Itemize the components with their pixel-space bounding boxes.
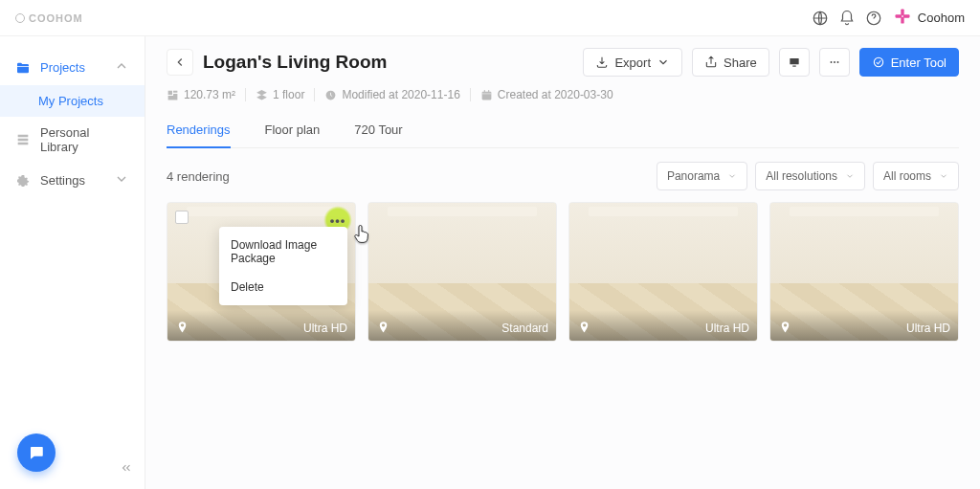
sidebar-item-projects[interactable]: Projects	[0, 50, 145, 85]
help-icon[interactable]	[860, 5, 887, 32]
svg-rect-13	[481, 91, 491, 100]
user-menu[interactable]: Coohom	[893, 7, 965, 29]
svg-rect-6	[790, 58, 798, 64]
brand-logo[interactable]: COOHOM	[15, 12, 83, 24]
meta-area: 120.73 m²	[167, 88, 235, 101]
more-button[interactable]	[819, 48, 850, 77]
meta-floors: 1 floor	[256, 88, 304, 101]
main-content: Logan's Living Room Export Share Enter T…	[145, 36, 980, 489]
sidebar-label: Projects	[40, 60, 85, 75]
tabs: Renderings Floor plan 720 Tour	[167, 122, 959, 148]
panorama-pin-icon	[778, 321, 792, 335]
tab-720tour[interactable]: 720 Tour	[354, 122, 402, 147]
brand-text: COOHOM	[29, 12, 83, 24]
card-quality: Ultra HD	[906, 322, 950, 335]
svg-rect-15	[488, 90, 489, 92]
sidebar: Projects My Projects Personal Library Se…	[0, 36, 145, 489]
sidebar-label: Personal Library	[40, 125, 129, 154]
present-button[interactable]	[779, 48, 810, 77]
sidebar-label: Settings	[40, 173, 85, 188]
svg-rect-7	[792, 66, 796, 67]
enter-tool-button[interactable]: Enter Tool	[859, 48, 959, 77]
menu-delete[interactable]: Delete	[219, 273, 347, 301]
filter-resolution-select[interactable]: All resolutions	[755, 162, 865, 190]
rendering-count: 4 rendering	[167, 169, 230, 184]
export-button[interactable]: Export	[583, 48, 682, 77]
svg-rect-5	[901, 17, 903, 24]
svg-point-9	[834, 61, 835, 63]
panorama-pin-icon	[175, 321, 189, 335]
chevron-down-icon	[114, 171, 129, 189]
filter-row: 4 rendering Panorama All resolutions All…	[167, 162, 959, 190]
meta-row: 120.73 m² 1 floor Modified at 2020-11-16…	[167, 88, 959, 101]
sidebar-item-library[interactable]: Personal Library	[0, 117, 145, 163]
bell-icon[interactable]	[834, 5, 860, 32]
sidebar-sub-label: My Projects	[38, 94, 103, 108]
share-label: Share	[724, 56, 757, 70]
rendering-card[interactable]: Standard	[368, 202, 557, 342]
svg-rect-3	[895, 14, 902, 17]
filter-room-select[interactable]: All rooms	[873, 162, 959, 190]
rendering-grid: ••• Ultra HD Standard Ultra HD	[167, 202, 959, 342]
svg-rect-14	[484, 90, 485, 92]
sidebar-item-settings[interactable]: Settings	[0, 163, 145, 198]
card-quality: Standard	[501, 322, 548, 335]
panorama-pin-icon	[376, 321, 390, 335]
card-context-menu: Download Image Package Delete	[219, 227, 347, 305]
meta-created-value: Created at 2020-03-30	[498, 88, 613, 101]
svg-rect-4	[903, 14, 910, 17]
filter-resolution-value: All resolutions	[766, 169, 837, 183]
svg-point-11	[874, 57, 882, 66]
language-icon[interactable]	[807, 5, 834, 32]
back-button[interactable]	[167, 49, 193, 76]
svg-rect-2	[901, 10, 903, 16]
chat-fab[interactable]	[17, 433, 56, 472]
export-label: Export	[614, 56, 651, 70]
share-button[interactable]: Share	[692, 48, 769, 77]
card-quality: Ultra HD	[303, 322, 347, 335]
card-checkbox[interactable]	[175, 211, 189, 224]
page-title: Logan's Living Room	[203, 52, 387, 73]
menu-download-package[interactable]: Download Image Package	[219, 231, 347, 273]
meta-created: Created at 2020-03-30	[480, 88, 613, 101]
tab-floorplan[interactable]: Floor plan	[265, 122, 321, 147]
svg-point-10	[836, 61, 838, 63]
enter-label: Enter Tool	[891, 56, 947, 70]
filter-room-value: All rooms	[883, 169, 931, 183]
meta-modified-value: Modified at 2020-11-16	[342, 88, 459, 101]
chevron-up-icon	[114, 58, 129, 77]
topbar: COOHOM Coohom	[0, 0, 980, 36]
avatar-icon	[893, 7, 912, 29]
logo-icon	[15, 13, 25, 23]
collapse-sidebar-icon[interactable]	[120, 461, 133, 478]
tab-renderings[interactable]: Renderings	[167, 122, 231, 148]
filter-type-select[interactable]: Panorama	[657, 162, 747, 190]
rendering-card[interactable]: Ultra HD	[568, 202, 758, 342]
svg-point-8	[830, 61, 832, 63]
meta-area-value: 120.73 m²	[184, 88, 235, 101]
rendering-card[interactable]: Ultra HD	[769, 202, 959, 342]
user-name: Coohom	[918, 11, 965, 25]
sidebar-subitem-my-projects[interactable]: My Projects	[0, 85, 145, 117]
meta-floors-value: 1 floor	[273, 88, 304, 101]
panorama-pin-icon	[577, 321, 591, 335]
meta-modified: Modified at 2020-11-16	[324, 88, 459, 101]
card-quality: Ultra HD	[705, 322, 749, 335]
header-row: Logan's Living Room Export Share Enter T…	[167, 48, 959, 77]
filter-type-value: Panorama	[667, 169, 720, 183]
